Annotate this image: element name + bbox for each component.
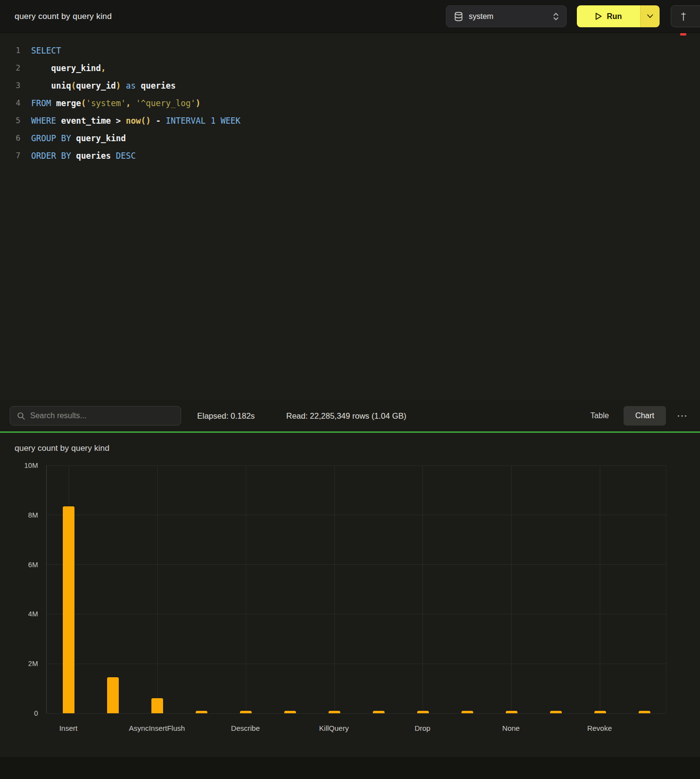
line-number: 7 [0, 147, 20, 165]
elapsed-stat: Elapsed: 0.182s [197, 411, 255, 421]
gridline [666, 465, 666, 713]
database-selector[interactable]: system [446, 5, 567, 27]
database-selector-value: system [469, 12, 553, 21]
chevron-up-down-icon [553, 12, 559, 21]
code-line: 5WHERE event_time > now() - INTERVAL 1 W… [0, 112, 700, 130]
chart-bar-unlabeled-5 [284, 711, 296, 713]
panel-footer [0, 757, 700, 779]
view-toggle-chart[interactable]: Chart [624, 406, 666, 426]
chart-bar-Insert [63, 506, 74, 713]
view-toggle-table[interactable]: Table [579, 406, 621, 426]
chart-bar-None [506, 711, 517, 713]
gridline [47, 515, 666, 515]
chart-bar-Describe [240, 711, 252, 713]
gridline [47, 713, 666, 714]
x-axis-label: Describe [197, 724, 294, 732]
code-text: WHERE event_time > now() - INTERVAL 1 WE… [31, 112, 240, 130]
chart-bar-unlabeled-11 [550, 711, 562, 713]
line-number: 5 [0, 112, 20, 130]
line-number: 3 [0, 77, 20, 94]
gridline [334, 465, 335, 713]
gridline [157, 465, 158, 713]
y-tick-label: 6M [0, 561, 38, 569]
chart-bar-Revoke [594, 711, 606, 713]
gridline [600, 465, 600, 713]
code-text: uniq(query_id) as queries [31, 77, 176, 94]
chart-bar-unlabeled-13 [639, 711, 650, 713]
code-line: 7ORDER BY queries DESC [0, 147, 700, 165]
run-button[interactable]: Run [577, 5, 640, 27]
chart-bar-KillQuery [329, 711, 340, 713]
search-input[interactable] [30, 411, 176, 420]
code-line: 6GROUP BY query_kind [0, 130, 700, 147]
search-icon [17, 412, 25, 420]
code-line: 2 query_kind, [0, 59, 700, 77]
sql-console-window: query count by query kind system [0, 0, 700, 779]
chart-bar-unlabeled-1 [107, 677, 119, 713]
chart-bar-AsyncInsertFlush [151, 698, 163, 713]
x-axis-label: KillQuery [285, 724, 383, 732]
search-box [10, 406, 181, 426]
run-button-label: Run [607, 12, 622, 21]
results-toolbar: Elapsed: 0.182s Read: 22,285,349 rows (1… [0, 400, 700, 431]
gridline [47, 564, 666, 565]
code-line: 3 uniq(query_id) as queries [0, 77, 700, 94]
chart-bar-unlabeled-3 [196, 711, 207, 713]
x-axis-label: AsyncInsertFlush [108, 724, 205, 732]
chart-bar-unlabeled-7 [373, 711, 385, 713]
x-axis-label: Insert [19, 724, 117, 732]
y-tick-label: 4M [0, 610, 38, 618]
code-text: GROUP BY query_kind [31, 130, 126, 147]
code-text: ORDER BY queries DESC [31, 147, 136, 165]
sql-editor[interactable]: 1SELECT2 query_kind,3 uniq(query_id) as … [0, 33, 700, 400]
play-icon [595, 12, 602, 20]
code-text: query_kind, [31, 59, 106, 77]
gridline [423, 465, 423, 713]
chart-title: query count by query kind [15, 444, 110, 453]
editor-error-marker [680, 33, 686, 36]
x-axis-label: Revoke [551, 724, 648, 732]
pin-button[interactable] [671, 5, 700, 27]
line-number: 6 [0, 130, 20, 147]
code-lines: 1SELECT2 query_kind,3 uniq(query_id) as … [0, 42, 700, 165]
gridline [47, 465, 666, 466]
top-bar: query count by query kind system [0, 0, 700, 33]
gridline [47, 614, 666, 614]
chart-bar-unlabeled-9 [461, 711, 473, 713]
chart-plot [46, 465, 666, 713]
code-line: 1SELECT [0, 42, 700, 59]
database-icon [454, 12, 463, 21]
gridline [47, 664, 666, 664]
x-axis-label: None [462, 724, 560, 732]
run-button-group: Run [577, 5, 660, 27]
code-line: 4FROM merge('system', '^query_log') [0, 94, 700, 112]
chart-panel: query count by query kind 02M4M6M8M10MIn… [0, 433, 700, 779]
query-name[interactable]: query count by query kind [15, 12, 112, 21]
line-number: 4 [0, 94, 20, 112]
gridline [246, 465, 246, 713]
read-stat: Read: 22,285,349 rows (1.04 GB) [286, 411, 406, 421]
code-text: SELECT [31, 42, 61, 59]
pin-icon [680, 12, 687, 21]
y-tick-label: 2M [0, 660, 38, 668]
line-number: 2 [0, 59, 20, 77]
y-tick-label: 10M [0, 462, 38, 469]
run-options-button[interactable] [640, 5, 660, 27]
y-tick-label: 8M [0, 511, 38, 519]
chart-bar-Drop [417, 711, 429, 713]
chevron-down-icon [647, 14, 653, 19]
view-controls: TableChart ⋯ [579, 406, 690, 426]
gridline [511, 465, 512, 713]
x-axis-label: Drop [374, 724, 471, 732]
line-number: 1 [0, 42, 20, 59]
results-menu-button[interactable]: ⋯ [674, 406, 690, 426]
y-tick-label: 0 [0, 709, 38, 717]
view-toggle: TableChart [579, 406, 666, 426]
code-text: FROM merge('system', '^query_log') [31, 94, 201, 112]
